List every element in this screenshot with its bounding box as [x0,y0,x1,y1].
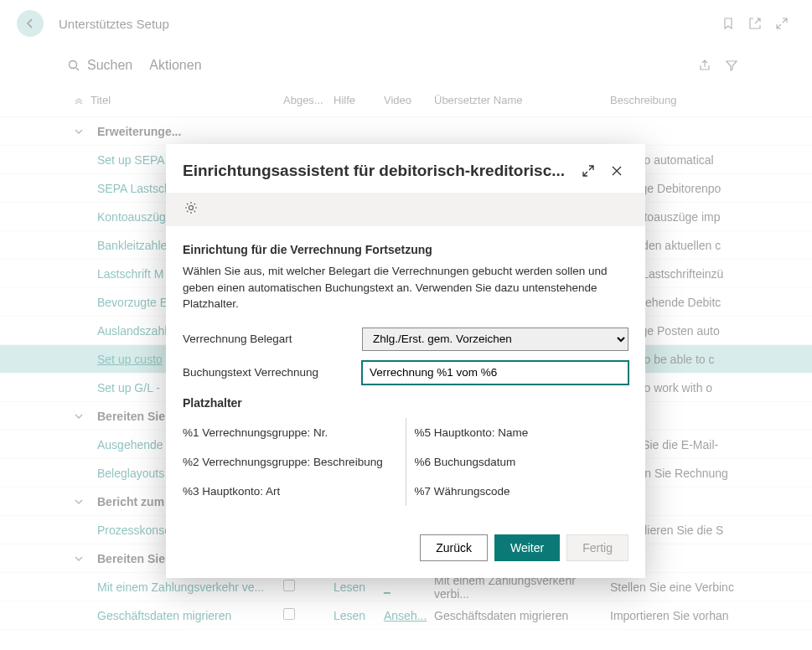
placeholder-item: %3 Hauptkonto: Art [183,477,397,506]
column-uname[interactable]: Übersetzter Name [434,94,610,106]
field-belegart-label: Verrechnung Belegart [183,333,362,345]
row-title[interactable]: Geschäftsdaten migrieren [91,609,283,622]
column-beschr[interactable]: Beschreibung [610,94,745,106]
popout-icon [748,17,762,30]
finish-button: Fertig [566,534,628,561]
modal-toolbar [166,193,645,226]
filter-button[interactable] [718,52,745,79]
column-video[interactable]: Video [384,94,434,106]
group-label: Erweiterunge... [91,125,283,138]
search-button[interactable]: Suchen [67,58,132,73]
bookmark-button[interactable] [715,10,742,37]
actions-label: Aktionen [149,58,201,72]
column-title[interactable]: Titel [91,94,283,106]
search-label: Suchen [87,58,132,73]
placeholder-item: %5 Hauptkonto: Name [415,418,629,447]
row-beschr: Stellen Sie eine Verbinc [610,580,745,594]
close-icon [610,164,623,178]
modal-close-button[interactable] [605,159,628,183]
setup-wizard-modal: Einrichtungsassistent für debitorisch-kr… [166,144,645,578]
bookmark-icon [721,17,735,30]
filter-icon [725,59,738,72]
field-buchungstext-label: Buchungstext Verrechnung [183,366,362,379]
row-hilfe[interactable]: Lesen [334,580,384,594]
collapse-all-button[interactable] [67,95,91,106]
modal-section-heading: Einrichtung für die Verrechnung Fortsetz… [183,243,628,256]
popout-button[interactable] [742,10,768,37]
chevron-down-icon [74,126,84,137]
chevron-down-icon [74,497,84,507]
checkbox[interactable] [283,580,295,591]
row-video[interactable]: _ [384,580,434,594]
chevron-down-icon [74,411,84,421]
modal-title: Einrichtungsassistent für debitorisch-kr… [183,162,572,180]
share-button[interactable] [691,52,718,79]
row-video[interactable]: Anseh... [384,609,434,622]
field-buchungstext-input[interactable] [362,361,628,384]
column-hilfe[interactable]: Hilfe [334,94,384,106]
row-title[interactable]: Mit einem Zahlungsverkehr ve... [91,580,283,594]
row-beschr: Importieren Sie vorhan [610,609,745,622]
placeholder-heading: Platzhalter [183,396,628,410]
expand-button[interactable] [768,10,795,37]
svg-point-0 [70,61,77,69]
actions-button[interactable]: Aktionen [149,58,201,73]
chevron-double-up-icon [74,95,84,106]
row-uname: Geschäftsdaten migrieren [434,609,610,622]
field-belegart-select[interactable]: Zhlg./Erst. gem. Vorzeichen [362,328,628,351]
search-icon [67,59,80,72]
expand-icon [582,164,595,178]
row-hilfe[interactable]: Lesen [334,609,384,622]
back-button[interactable] [17,10,44,37]
group-row[interactable]: Erweiterunge... [0,117,812,146]
checkbox[interactable] [283,608,295,620]
page-title: Unterstütztes Setup [59,17,169,31]
svg-point-1 [189,206,194,210]
arrow-left-icon [23,17,37,30]
modal-section-desc: Wählen Sie aus, mit welcher Belegart die… [183,263,628,312]
placeholder-item: %7 Währungscode [415,477,629,506]
gear-icon[interactable] [183,199,199,216]
table-row[interactable]: Geschäftsdaten migrierenLesenAnseh...Ges… [0,601,812,630]
share-icon [698,59,711,72]
placeholder-item: %1 Verrechnungsgruppe: Nr. [183,418,397,447]
back-button[interactable]: Zurück [420,534,488,561]
placeholder-item: %6 Buchungsdatum [415,447,629,477]
next-button[interactable]: Weiter [494,534,560,561]
chevron-down-icon [74,554,84,564]
expand-icon [775,17,789,30]
placeholder-item: %2 Verrechnungsgruppe: Beschreibung [183,447,397,477]
modal-expand-button[interactable] [577,159,600,183]
column-abges[interactable]: Abges... [283,94,334,106]
